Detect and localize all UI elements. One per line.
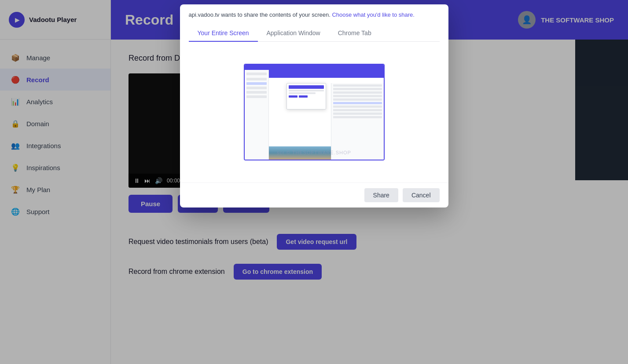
screen-preview[interactable]: scr © THESOFTWARE.SHOP [244,64,385,160]
modal-body: scr © THESOFTWARE.SHOP [180,42,448,182]
watermark: scr © THESOFTWARE.SHOP [277,150,351,155]
modal-tabs: Your Entire Screen Application Window Ch… [189,25,440,42]
tab-chrome-tab[interactable]: Chrome Tab [329,25,380,42]
modal-overlay: api.vadoo.tv wants to share the contents… [0,0,628,364]
screenshot-simulation [245,65,384,160]
tab-application-window[interactable]: Application Window [258,25,329,42]
modal-footer: Share Cancel [180,182,448,207]
sim-nav [245,70,269,160]
tab-entire-screen[interactable]: Your Entire Screen [189,25,258,42]
modal-cancel-button[interactable]: Cancel [403,188,440,202]
modal-message: api.vadoo.tv wants to share the contents… [189,11,440,18]
modal-header: api.vadoo.tv wants to share the contents… [180,4,448,42]
modal-share-button[interactable]: Share [364,188,398,202]
share-screen-modal: api.vadoo.tv wants to share the contents… [180,4,448,207]
modal-message-highlight: Choose what you'd like to share. [332,11,414,18]
sim-main [269,70,384,160]
